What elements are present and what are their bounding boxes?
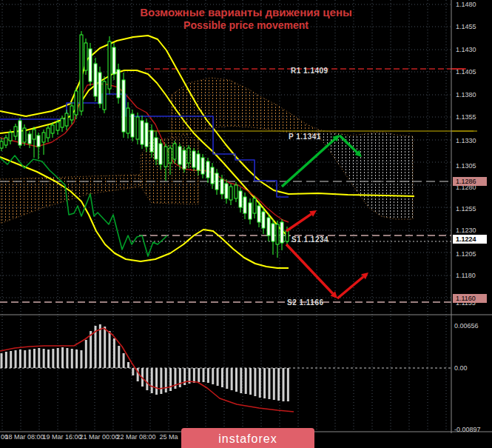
candlesticks — [0, 31, 289, 258]
x-axis-label: 19 Mar 16:00 — [42, 433, 81, 441]
y-axis-label: 1.1380 — [456, 91, 476, 98]
macd-axis-label: -0.00897 — [454, 426, 481, 433]
x-axis-label: 25 Ma — [159, 433, 178, 441]
x-axis-label: 22 Mar 08:00 — [116, 433, 155, 441]
svg-text:S1 1.1234: S1 1.1234 — [292, 235, 328, 244]
macd-axis-label: 0.00656 — [454, 322, 479, 330]
y-axis-label: 1.1430 — [456, 46, 476, 53]
y-axis-label: 1.1455 — [456, 23, 476, 30]
y-axis-label: 1.1355 — [456, 113, 476, 121]
axis-labels: 1.14801.14551.14301.14051.13801.13551.13… — [1, 1, 487, 441]
svg-text:P 1.1341: P 1.1341 — [289, 133, 321, 141]
y-axis-label: 1.1230 — [456, 227, 476, 234]
y-axis-label: 1.1255 — [456, 205, 476, 213]
y-axis-label: 1.1405 — [456, 68, 476, 76]
svg-text:1.1224: 1.1224 — [456, 235, 476, 243]
svg-text:1.1286: 1.1286 — [456, 178, 476, 185]
svg-text:S2 1.1166: S2 1.1166 — [287, 298, 324, 307]
svg-text:1.1160: 1.1160 — [456, 295, 476, 302]
ichimoku-cloud — [0, 78, 413, 224]
y-axis-label: 1.1180 — [456, 272, 476, 279]
svg-text:R1 1.1409: R1 1.1409 — [291, 67, 328, 75]
trading-chart-screenshot: R1 1.1409P 1.1341S1 1.1234S2 1.1166 1.14… — [0, 0, 492, 448]
instaforex-watermark: instaforex — [181, 428, 314, 448]
macd-pane — [0, 324, 451, 412]
x-axis-label: 18 Mar 08:00 — [4, 433, 44, 441]
y-axis-label: 1.1480 — [456, 1, 476, 8]
macd-axis-label: 0.00 — [454, 364, 468, 372]
y-axis-label: 1.1205 — [456, 250, 476, 258]
price-chart: R1 1.1409P 1.1341S1 1.1234S2 1.1166 1.14… — [0, 0, 492, 448]
y-axis-label: 1.1330 — [456, 137, 476, 144]
x-axis-label: 21 Mar 00:00 — [79, 433, 118, 441]
y-axis-label: 1.1305 — [456, 162, 476, 170]
